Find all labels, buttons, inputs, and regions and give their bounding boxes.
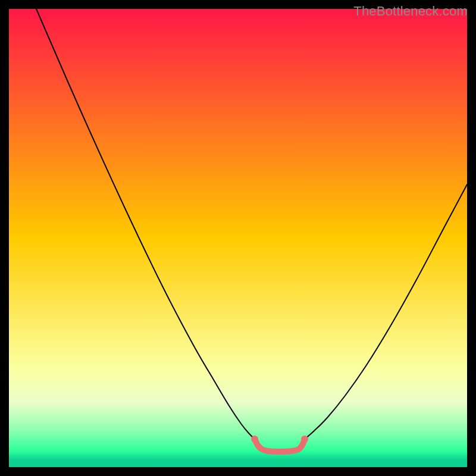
bottleneck-curve-chart	[0, 0, 476, 476]
plot-background	[9, 9, 467, 467]
watermark-text: TheBottleneck.com	[353, 4, 468, 19]
chart-container: TheBottleneck.com	[0, 0, 476, 476]
